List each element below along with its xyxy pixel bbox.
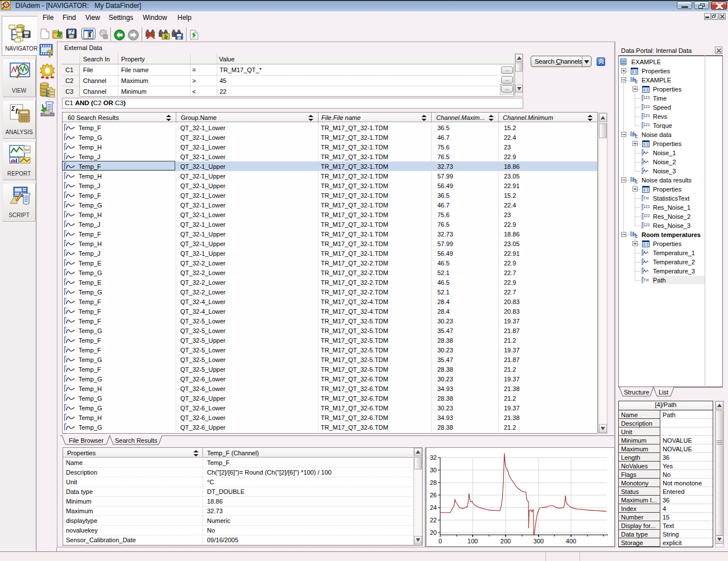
svg-text:123: 123	[644, 114, 650, 118]
svg-text:200: 200	[500, 538, 511, 545]
svg-text:?: ?	[47, 48, 53, 59]
svg-text:22: 22	[430, 517, 437, 523]
svg-text:Txt: Txt	[644, 278, 649, 282]
svg-text:Txt: Txt	[644, 196, 649, 200]
svg-text:400: 400	[566, 538, 576, 545]
svg-text:32: 32	[430, 454, 437, 461]
svg-text:26: 26	[430, 492, 437, 498]
svg-text:0: 0	[439, 538, 442, 545]
svg-text:R: R	[192, 35, 195, 39]
svg-text:20: 20	[430, 529, 437, 536]
svg-text:28: 28	[430, 479, 437, 486]
svg-text:30: 30	[430, 467, 437, 473]
svg-text:123: 123	[644, 123, 650, 127]
svg-text:123: 123	[644, 223, 650, 227]
svg-text:txt: txt	[24, 148, 30, 152]
svg-text:100: 100	[468, 538, 478, 545]
svg-text:?: ?	[69, 28, 73, 36]
svg-text:24: 24	[430, 504, 437, 511]
svg-text:123: 123	[644, 205, 650, 209]
svg-text:123: 123	[644, 214, 650, 218]
svg-text:300: 300	[533, 538, 544, 545]
svg-text:123: 123	[644, 105, 650, 109]
svg-text:Σ: Σ	[11, 105, 15, 112]
svg-text:123: 123	[644, 95, 650, 99]
